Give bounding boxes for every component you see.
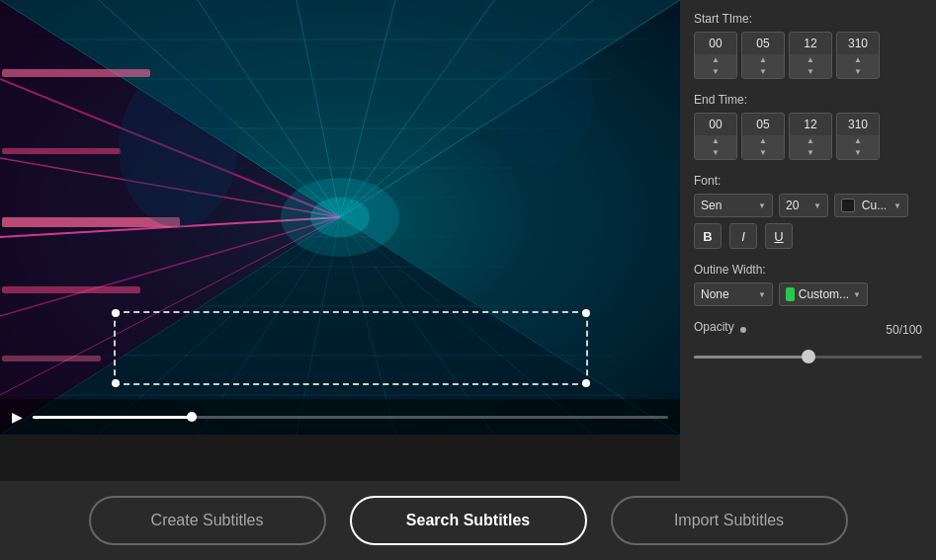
subtitle-handle-bl[interactable] [112,379,120,387]
subtitle-handle-tl[interactable] [112,309,120,317]
subtitle-handle-br[interactable] [582,379,590,387]
opacity-slider-wrap [694,348,922,365]
import-subtitles-button[interactable]: Import Subtitles [611,496,848,545]
start-hours-input[interactable] [695,33,736,54]
font-label: Font: [694,174,922,188]
font-row: Sen ▼ 20 ▼ Cu... ▼ [694,194,922,217]
bold-button[interactable]: B [694,223,722,249]
end-time-label: End Time: [694,93,922,107]
end-milliseconds[interactable]: ▲ ▼ [836,113,880,160]
font-group: Font: Sen ▼ 20 ▼ Cu... ▼ B I U [694,174,922,249]
opacity-thumb[interactable] [802,350,815,363]
start-milliseconds[interactable]: ▲ ▼ [836,32,880,79]
end-seconds[interactable]: ▲ ▼ [789,113,832,160]
svg-rect-37 [2,148,121,154]
create-subtitles-button[interactable]: Create Subtitles [89,496,326,545]
font-color-chevron: ▼ [893,201,901,210]
outline-none-select[interactable]: None ▼ [694,282,773,306]
font-color-label: Cu... [862,199,887,212]
start-minutes[interactable]: ▲ ▼ [741,32,785,79]
end-time-inputs: ▲ ▼ ▲ ▼ ▲ ▼ [694,113,922,160]
font-size-chevron: ▼ [813,201,821,210]
outline-custom-chevron: ▼ [853,290,861,299]
progress-dot [187,412,197,422]
progress-bar[interactable] [33,416,668,419]
end-ms-up[interactable]: ▲ [837,135,879,147]
outline-custom-select[interactable]: Custom... ▼ [779,282,868,306]
font-name-value: Sen [701,199,722,212]
play-button[interactable]: ▶ [12,409,23,425]
start-seconds-up[interactable]: ▲ [790,54,831,66]
end-seconds-down[interactable]: ▼ [790,147,831,159]
start-ms-input[interactable] [837,33,879,54]
start-ms-up[interactable]: ▲ [837,54,879,66]
end-seconds-up[interactable]: ▲ [790,135,831,147]
svg-point-43 [310,198,370,237]
video-panel: ▶ [0,0,680,435]
outline-none-value: None [701,287,729,301]
start-minutes-down[interactable]: ▼ [742,66,784,78]
start-minutes-up[interactable]: ▲ [742,54,784,66]
font-color-select[interactable]: Cu... ▼ [834,194,908,217]
main-area: ▶ Start TIme: ▲ ▼ [0,0,936,481]
opacity-track[interactable] [694,356,922,359]
svg-point-45 [494,30,593,168]
outline-label: Outine Width: [694,263,922,277]
outline-none-chevron: ▼ [758,290,766,299]
bottom-bar: Create Subtitles Search Subtitles Import… [0,481,936,560]
end-minutes-down[interactable]: ▼ [742,147,784,159]
subtitle-handle-tr[interactable] [582,309,590,317]
start-seconds[interactable]: ▲ ▼ [789,32,832,79]
italic-button[interactable]: I [729,223,757,249]
svg-rect-36 [2,69,150,77]
start-seconds-input[interactable] [790,33,831,54]
start-ms-down[interactable]: ▼ [837,66,879,78]
start-time-label: Start TIme: [694,12,922,26]
font-name-chevron: ▼ [758,201,766,210]
font-size-value: 20 [786,199,799,212]
end-hours-down[interactable]: ▼ [695,147,736,159]
opacity-label-row: Opacity 50/100 [694,320,922,340]
svg-rect-39 [2,286,140,293]
format-row: B I U [694,223,922,249]
end-hours[interactable]: ▲ ▼ [694,113,737,160]
opacity-section: Opacity 50/100 [694,320,922,365]
outline-color-swatch [786,287,795,301]
underline-button[interactable]: U [765,223,793,249]
svg-point-44 [119,69,237,227]
opacity-value: 50/100 [886,323,922,337]
svg-rect-40 [2,356,101,361]
start-hours[interactable]: ▲ ▼ [694,32,737,79]
font-color-swatch [841,199,855,212]
end-minutes-input[interactable] [742,114,784,135]
end-time-group: End Time: ▲ ▼ ▲ ▼ [694,93,922,160]
outline-custom-value: Custom... [799,287,849,301]
start-hours-down[interactable]: ▼ [695,66,736,78]
opacity-fill [694,356,808,359]
start-seconds-down[interactable]: ▼ [790,66,831,78]
subtitle-selection-box[interactable] [114,311,588,385]
end-minutes-up[interactable]: ▲ [742,135,784,147]
end-ms-input[interactable] [837,114,879,135]
end-minutes[interactable]: ▲ ▼ [741,113,785,160]
outline-row: None ▼ Custom... ▼ [694,282,922,306]
opacity-dot [740,327,746,333]
video-controls: ▶ [0,399,680,435]
start-hours-up[interactable]: ▲ [695,54,736,66]
end-hours-input[interactable] [695,114,736,135]
progress-fill [33,416,192,419]
outline-group: Outine Width: None ▼ Custom... ▼ [694,263,922,306]
end-seconds-input[interactable] [790,114,831,135]
start-minutes-input[interactable] [742,33,784,54]
end-ms-down[interactable]: ▼ [837,147,879,159]
start-time-inputs: ▲ ▼ ▲ ▼ ▲ ▼ [694,32,922,79]
search-subtitles-button[interactable]: Search Subtitles [350,496,587,545]
opacity-label: Opacity [694,320,734,334]
right-panel: Start TIme: ▲ ▼ ▲ ▼ [680,0,936,481]
start-time-group: Start TIme: ▲ ▼ ▲ ▼ [694,12,922,79]
font-size-select[interactable]: 20 ▼ [779,194,828,217]
font-name-select[interactable]: Sen ▼ [694,194,773,217]
end-hours-up[interactable]: ▲ [695,135,736,147]
